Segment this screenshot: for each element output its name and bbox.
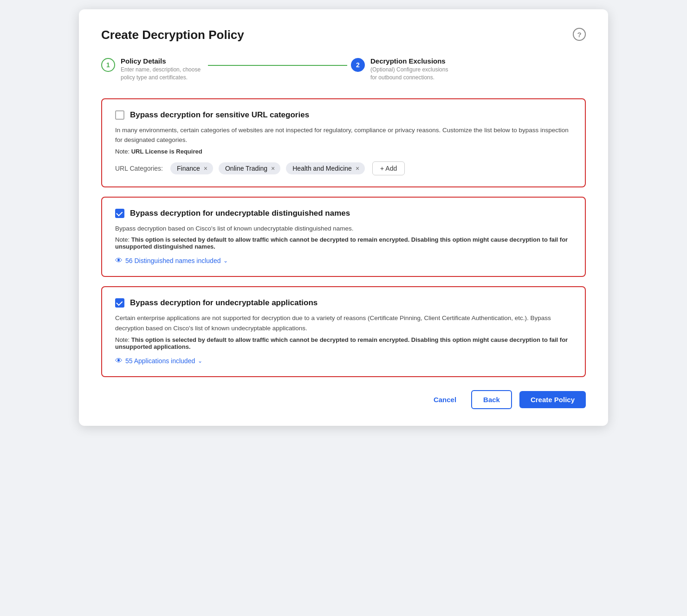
step-1-circle: 1	[101, 58, 115, 72]
sensitive-url-section: Bypass decryption for sensitive URL cate…	[101, 98, 586, 187]
eye-icon-apps: 👁	[115, 357, 123, 365]
tag-online-trading-close[interactable]: ×	[271, 165, 275, 172]
sensitive-url-note: Note: URL License is Required	[115, 148, 572, 155]
sensitive-url-desc: In many environments, certain categories…	[115, 125, 572, 145]
undecryptable-apps-note: Note: This option is selected by default…	[115, 336, 572, 350]
step-1-sublabel: Enter name, description, choose policy t…	[121, 66, 204, 82]
url-categories-label: URL Categories:	[115, 165, 163, 172]
undecryptable-apps-header: Bypass decryption for undecryptable appl…	[115, 298, 572, 308]
url-categories-row: URL Categories: Finance × Online Trading…	[115, 161, 572, 175]
create-decryption-policy-modal: Create Decryption Policy ? 1 Policy Deta…	[79, 9, 608, 426]
tag-finance-close[interactable]: ×	[204, 165, 207, 172]
undecryptable-names-header: Bypass decryption for undecryptable dist…	[115, 209, 572, 218]
sensitive-url-checkbox[interactable]	[115, 110, 124, 120]
step-2-sublabel: (Optional) Configure exclusions for outb…	[370, 66, 454, 82]
step-connector	[208, 65, 347, 66]
create-policy-button[interactable]: Create Policy	[519, 391, 586, 408]
back-button[interactable]: Back	[471, 390, 512, 409]
add-category-button[interactable]: + Add	[372, 161, 405, 175]
undecryptable-apps-desc: Certain enterprise applications are not …	[115, 313, 572, 333]
step-1-label: Policy Details	[121, 57, 204, 65]
help-icon[interactable]: ?	[573, 28, 586, 41]
undecryptable-names-note: Note: This option is selected by default…	[115, 236, 572, 250]
undecryptable-names-section: Bypass decryption for undecryptable dist…	[101, 197, 586, 277]
distinguished-names-expand[interactable]: 👁 56 Distinguished names included ⌄	[115, 257, 572, 265]
step-2-label: Decryption Exclusions	[370, 57, 454, 65]
stepper: 1 Policy Details Enter name, description…	[101, 57, 586, 82]
applications-count: 55 Applications included	[125, 357, 195, 365]
undecryptable-apps-section: Bypass decryption for undecryptable appl…	[101, 286, 586, 377]
step-1: 1 Policy Details Enter name, description…	[101, 57, 204, 82]
step-2-info: Decryption Exclusions (Optional) Configu…	[370, 57, 454, 82]
tag-health-medicine-close[interactable]: ×	[356, 165, 359, 172]
chevron-down-icon: ⌄	[223, 257, 228, 264]
sensitive-url-title: Bypass decryption for sensitive URL cate…	[130, 110, 309, 120]
undecryptable-apps-title: Bypass decryption for undecryptable appl…	[130, 298, 318, 308]
chevron-down-apps-icon: ⌄	[198, 358, 202, 364]
tag-health-medicine: Health and Medicine ×	[286, 162, 365, 174]
undecryptable-names-desc: Bypass decryption based on Cisco's list …	[115, 224, 572, 234]
cancel-button[interactable]: Cancel	[426, 391, 464, 408]
modal-title: Create Decryption Policy	[101, 28, 244, 42]
tag-online-trading: Online Trading ×	[219, 162, 280, 174]
applications-expand[interactable]: 👁 55 Applications included ⌄	[115, 357, 572, 365]
undecryptable-names-checkbox[interactable]	[115, 209, 124, 218]
sensitive-url-header: Bypass decryption for sensitive URL cate…	[115, 110, 572, 120]
eye-icon: 👁	[115, 257, 123, 265]
step-1-info: Policy Details Enter name, description, …	[121, 57, 204, 82]
step-2-circle: 2	[351, 58, 365, 72]
distinguished-names-count: 56 Distinguished names included	[125, 257, 220, 264]
modal-header: Create Decryption Policy ?	[101, 28, 586, 42]
undecryptable-apps-checkbox[interactable]	[115, 298, 124, 308]
undecryptable-names-title: Bypass decryption for undecryptable dist…	[130, 209, 350, 218]
step-2: 2 Decryption Exclusions (Optional) Confi…	[351, 57, 454, 82]
modal-footer: Cancel Back Create Policy	[101, 390, 586, 409]
tag-finance: Finance ×	[170, 162, 213, 174]
